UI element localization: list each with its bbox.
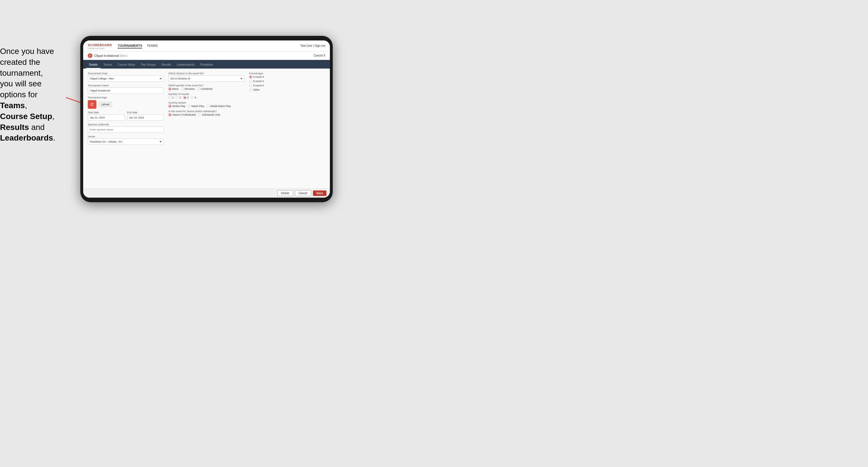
- tablet-device: SCOREBOARD Powered by clippd TOURNAMENTS…: [80, 36, 333, 202]
- gender-combined-radio[interactable]: [197, 88, 200, 90]
- form-area: Tournament Host Clippd College - Men Tou…: [83, 68, 330, 188]
- format-other[interactable]: Other: [249, 88, 325, 91]
- app-header: SCOREBOARD Powered by clippd TOURNAMENTS…: [83, 40, 330, 51]
- gender-group: Which gender is the event for? Mens Wome…: [168, 84, 244, 90]
- sponsor-input[interactable]: [88, 126, 164, 133]
- host-label: Tournament Host: [88, 72, 164, 75]
- scoring-stroke-radio[interactable]: [168, 105, 171, 107]
- sponsor-group: Sponsor (optional): [88, 123, 164, 133]
- rounds-4-radio[interactable]: [191, 96, 194, 99]
- individuals-only-radio[interactable]: [198, 113, 201, 116]
- rounds-3-radio[interactable]: [183, 96, 186, 99]
- gender-combined[interactable]: Combined: [197, 88, 213, 90]
- scoring-label: Scoring system: [168, 101, 244, 104]
- cancel-button[interactable]: Cancel: [295, 190, 311, 196]
- scoring-group: Scoring system Stroke Play Match Play: [168, 101, 244, 107]
- logo-upload-area: C Upload: [88, 100, 164, 109]
- header-user[interactable]: Test User | Sign out: [300, 44, 325, 47]
- scoring-stroke[interactable]: Stroke Play: [168, 105, 185, 107]
- rounds-2-radio[interactable]: [176, 96, 179, 99]
- tab-bar: Details Teams Course Setup Tee Groups Re…: [83, 60, 330, 68]
- rounds-group: Number of rounds 1 2: [168, 93, 244, 99]
- tab-leaderboards[interactable]: Leaderboards: [174, 61, 197, 68]
- tournament-name-input[interactable]: [88, 88, 164, 94]
- teams-plus-radio[interactable]: [168, 113, 171, 116]
- individuals-only[interactable]: Individuals Only: [198, 113, 220, 116]
- logo-label: Tournament logo: [88, 96, 164, 99]
- scoring-medal-match[interactable]: Medal Match Play: [207, 105, 231, 107]
- rounds-1[interactable]: 1: [168, 96, 174, 99]
- rounds-1-radio[interactable]: [168, 96, 171, 99]
- format-5count4[interactable]: 5 count 4: [249, 75, 325, 78]
- scoring-match-radio[interactable]: [188, 105, 190, 107]
- tab-course-setup[interactable]: Course Setup: [115, 61, 138, 68]
- delete-button[interactable]: Delete: [277, 190, 293, 196]
- start-date-group: Start date: [88, 111, 125, 121]
- logo-main: SCOREBOARD: [88, 43, 112, 47]
- format-label: Format type: [249, 72, 325, 75]
- upload-button[interactable]: Upload: [99, 102, 112, 107]
- rounds-label: Number of rounds: [168, 93, 244, 96]
- scoring-radio-group: Stroke Play Match Play Medal Match Play: [168, 105, 244, 107]
- main-content: Tournament Host Clippd College - Men Tou…: [83, 68, 330, 198]
- format-other-radio[interactable]: [249, 88, 252, 91]
- rounds-3[interactable]: 3: [183, 96, 188, 99]
- division-group: Which division is the event for? NCAA Di…: [168, 72, 244, 82]
- instruction-text: Once you havecreated thetournament,you w…: [0, 47, 55, 142]
- rounds-4[interactable]: 4: [191, 96, 196, 99]
- teams-label: Is this event for Teams and/or Individua…: [168, 110, 244, 113]
- gender-womens[interactable]: Womens: [181, 88, 194, 90]
- teams-plus-individuals[interactable]: Teams (+Individuals): [168, 113, 196, 116]
- logo-sub: Powered by clippd: [88, 47, 112, 49]
- tab-tee-groups[interactable]: Tee Groups: [138, 61, 159, 68]
- rounds-radio-group: 1 2 3 4: [168, 96, 244, 99]
- gender-label: Which gender is the event for?: [168, 84, 244, 87]
- venue-label: Venue: [88, 135, 164, 138]
- tablet-screen: SCOREBOARD Powered by clippd TOURNAMENTS…: [83, 40, 330, 198]
- division-label: Which division is the event for?: [168, 72, 244, 75]
- start-date-input[interactable]: [88, 115, 125, 121]
- sponsor-label: Sponsor (optional): [88, 123, 164, 126]
- tab-details[interactable]: Details: [86, 61, 101, 68]
- host-select[interactable]: Clippd College - Men: [88, 75, 164, 82]
- save-button[interactable]: Save: [313, 190, 327, 196]
- date-row: Start date End date: [88, 111, 164, 121]
- tab-teams[interactable]: Teams: [101, 61, 115, 68]
- format-6count5-radio[interactable]: [249, 84, 252, 87]
- tournament-name-label: Tournament name: [88, 84, 164, 87]
- scoring-match[interactable]: Match Play: [188, 105, 204, 107]
- end-date-input[interactable]: [127, 115, 164, 121]
- teams-radio-group: Teams (+Individuals) Individuals Only: [168, 113, 244, 116]
- venue-group: Venue Peachtree GC - Atlanta - GA: [88, 135, 164, 145]
- nav-tournaments[interactable]: TOURNAMENTS: [118, 43, 142, 49]
- format-5count4-radio[interactable]: [249, 75, 252, 78]
- form-column-3: Format type 5 count 4 6 count 4 6 count …: [249, 72, 325, 185]
- host-group: Tournament Host Clippd College - Men: [88, 72, 164, 82]
- tab-results[interactable]: Results: [159, 61, 174, 68]
- scoring-medal-match-radio[interactable]: [207, 105, 209, 107]
- nav-links: TOURNAMENTS TEAMS: [118, 43, 300, 49]
- tournament-bar: C Clippd Invitational (Men) Cancel X: [83, 51, 330, 60]
- end-date-label: End date: [127, 111, 164, 114]
- form-column-2: Which division is the event for? NCAA Di…: [168, 72, 244, 185]
- end-date-group: End date: [127, 111, 164, 121]
- rounds-2[interactable]: 2: [176, 96, 181, 99]
- start-date-label: Start date: [88, 111, 125, 114]
- venue-select[interactable]: Peachtree GC - Atlanta - GA: [88, 138, 164, 145]
- logo-area: SCOREBOARD Powered by clippd: [88, 42, 112, 49]
- gender-radio-group: Mens Womens Combined: [168, 88, 244, 90]
- form-column-1: Tournament Host Clippd College - Men Tou…: [88, 72, 164, 185]
- gender-womens-radio[interactable]: [181, 88, 184, 90]
- instruction-block: Once you havecreated thetournament,you w…: [0, 46, 66, 144]
- nav-teams[interactable]: TEAMS: [147, 43, 158, 49]
- format-6count4-radio[interactable]: [249, 80, 252, 83]
- teams-individuals-group: Is this event for Teams and/or Individua…: [168, 110, 244, 116]
- tournament-title: Clippd Invitational (Men): [94, 54, 127, 57]
- gender-mens-radio[interactable]: [168, 88, 171, 90]
- tournament-cancel-btn[interactable]: Cancel X: [313, 54, 325, 57]
- format-6count5[interactable]: 6 count 5: [249, 84, 325, 87]
- tab-printables[interactable]: Printables: [197, 61, 216, 68]
- gender-mens[interactable]: Mens: [168, 88, 179, 90]
- format-6count4[interactable]: 6 count 4: [249, 80, 325, 83]
- division-select[interactable]: NCAA Division III: [168, 75, 244, 82]
